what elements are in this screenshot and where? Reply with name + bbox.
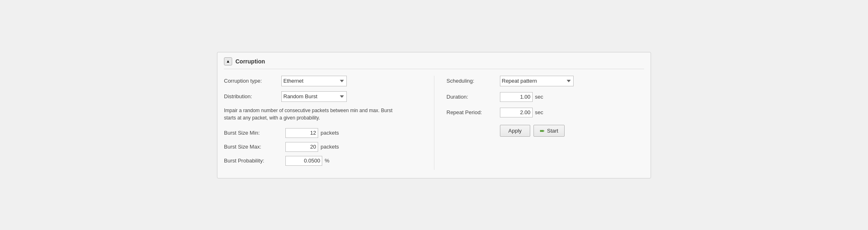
apply-button[interactable]: Apply	[500, 125, 531, 137]
duration-unit: sec	[535, 94, 543, 100]
panel-title: Corruption	[235, 58, 265, 65]
burst-probability-row: Burst Probability: %	[224, 156, 422, 166]
duration-label: Duration:	[447, 94, 500, 100]
collapse-button[interactable]: ▲	[224, 57, 232, 65]
burst-size-min-label: Burst Size Min:	[224, 130, 285, 136]
description-text: Impair a random number of consecutive pa…	[224, 107, 404, 122]
right-section: Scheduling: Repeat pattern One shot Cont…	[434, 76, 644, 170]
burst-size-min-row: Burst Size Min: packets	[224, 128, 422, 138]
repeat-period-row: Repeat Period: sec	[447, 108, 644, 117]
burst-size-max-label: Burst Size Max:	[224, 144, 285, 150]
corruption-panel: ▲ Corruption Corruption type: Ethernet I…	[217, 52, 651, 178]
burst-size-max-input[interactable]	[285, 142, 318, 152]
panel-header: ▲ Corruption	[224, 57, 644, 69]
start-arrow-icon: ➨	[540, 127, 545, 135]
distribution-select[interactable]: Random Burst Uniform Gaussian	[281, 91, 347, 102]
scheduling-label: Scheduling:	[447, 78, 500, 84]
corruption-type-select[interactable]: Ethernet IP UDP TCP	[281, 76, 347, 86]
corruption-type-row: Corruption type: Ethernet IP UDP TCP	[224, 76, 422, 86]
distribution-label: Distribution:	[224, 93, 281, 99]
burst-size-max-row: Burst Size Max: packets	[224, 142, 422, 152]
scheduling-select[interactable]: Repeat pattern One shot Continuous	[500, 76, 574, 86]
start-button[interactable]: ➨ Start	[533, 125, 564, 137]
panel-content: Corruption type: Ethernet IP UDP TCP Dis…	[224, 76, 644, 170]
duration-row: Duration: sec	[447, 92, 644, 102]
burst-size-min-unit: packets	[321, 130, 339, 136]
buttons-row: Apply ➨ Start	[500, 125, 644, 137]
repeat-period-input[interactable]	[500, 108, 533, 117]
repeat-period-label: Repeat Period:	[447, 109, 500, 115]
corruption-type-label: Corruption type:	[224, 78, 281, 84]
distribution-row: Distribution: Random Burst Uniform Gauss…	[224, 91, 422, 102]
burst-probability-input[interactable]	[285, 156, 322, 166]
burst-size-min-input[interactable]	[285, 128, 318, 138]
left-section: Corruption type: Ethernet IP UDP TCP Dis…	[224, 76, 434, 170]
scheduling-row: Scheduling: Repeat pattern One shot Cont…	[447, 76, 644, 86]
burst-section: Burst Size Min: packets Burst Size Max: …	[224, 128, 422, 166]
duration-input[interactable]	[500, 92, 533, 102]
burst-size-max-unit: packets	[321, 144, 339, 150]
start-label: Start	[547, 128, 558, 134]
repeat-period-unit: sec	[535, 109, 543, 115]
burst-probability-label: Burst Probability:	[224, 158, 285, 164]
burst-probability-unit: %	[325, 158, 330, 164]
